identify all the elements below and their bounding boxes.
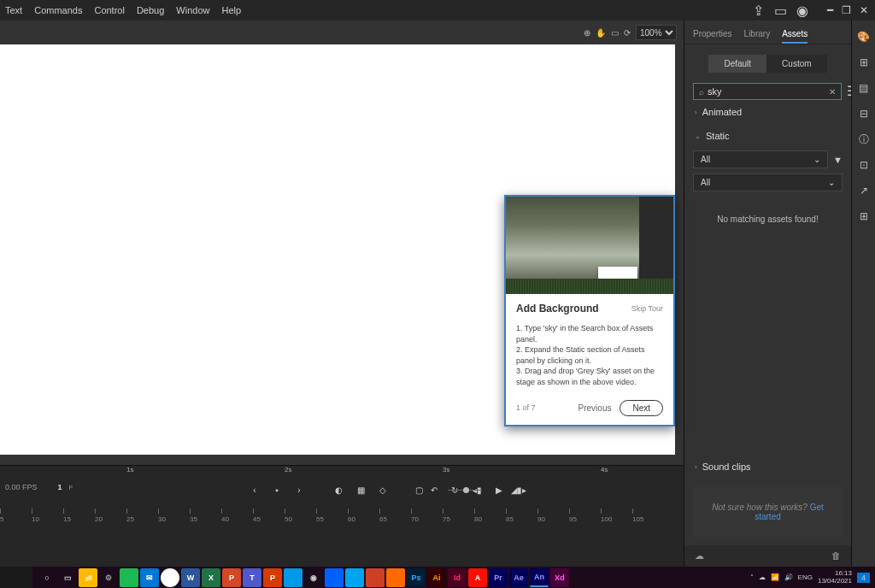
tray-notif[interactable]: 4: [857, 573, 870, 583]
tray-wifi-icon[interactable]: 📶: [771, 573, 779, 581]
upload-icon[interactable]: ☁: [695, 550, 704, 562]
tab-properties[interactable]: Properties: [693, 29, 732, 44]
chevron-right-icon: ›: [695, 109, 697, 116]
app1-icon[interactable]: [345, 568, 364, 587]
transform-icon[interactable]: ⊡: [856, 157, 872, 173]
tl-view-icon[interactable]: ◢: [508, 483, 521, 497]
timeline-fps: 0.00 FPS 1 F: [5, 483, 73, 491]
tab-library[interactable]: Library: [744, 29, 771, 44]
word-icon[interactable]: W: [181, 568, 200, 587]
zoom-select[interactable]: 100%: [636, 25, 677, 40]
menu-window[interactable]: Window: [176, 5, 209, 15]
tray-lang[interactable]: ENG: [798, 573, 813, 581]
timeline-ruler[interactable]: 5 10 15 20 25 30 35 40 45 50 55 60 65 70…: [0, 509, 684, 527]
titlebar-right: ⇪ ▭ ◉ ━ ❐ ✕: [745, 0, 875, 21]
timeline-panel: 0.00 FPS 1 F ‹ ▪ › ◐ ▦ ◇ ▢ ↻ ◂▮ ▶ ▮▸: [0, 465, 684, 567]
more-icon[interactable]: ⊞: [856, 209, 872, 224]
key-icon[interactable]: ▪: [270, 483, 284, 497]
tour-count: 1 of 7: [516, 403, 536, 412]
section-sound[interactable]: › Sound clips: [684, 455, 851, 479]
menu-debug[interactable]: Debug: [137, 5, 164, 15]
color-icon[interactable]: 🎨: [856, 29, 872, 44]
tour-prev-button[interactable]: Previous: [578, 403, 612, 413]
search-input[interactable]: [708, 86, 825, 97]
chevron-right-icon: ›: [695, 463, 697, 471]
filter-icon[interactable]: ▼: [833, 155, 843, 165]
tray-volume-icon[interactable]: 🔊: [784, 573, 793, 581]
tl-undo-icon[interactable]: ↶: [427, 483, 441, 497]
acrobat-icon[interactable]: A: [468, 568, 487, 587]
menu-commands[interactable]: Commands: [34, 5, 82, 15]
pr-icon[interactable]: Pr: [489, 568, 508, 587]
ppt2-icon[interactable]: P: [263, 568, 282, 587]
excel-icon[interactable]: X: [202, 568, 220, 587]
skype-icon[interactable]: [284, 568, 302, 587]
trash-icon[interactable]: 🗑: [831, 550, 841, 562]
tray-clock[interactable]: 16:13 13/04/2021: [818, 570, 852, 585]
filter-type-select[interactable]: All⌄: [693, 150, 828, 168]
ps-icon[interactable]: Ps: [407, 568, 426, 587]
id-icon[interactable]: Id: [448, 568, 467, 587]
workspace-icon[interactable]: ▭: [774, 4, 786, 16]
app2-icon[interactable]: [366, 568, 385, 587]
section-static[interactable]: ⌄ Static: [684, 124, 851, 148]
search-box[interactable]: ⌕ ✕: [693, 83, 842, 100]
mail-icon[interactable]: ✉: [140, 568, 159, 587]
tour-skip-link[interactable]: Skip Tour: [631, 304, 663, 313]
toggle-default[interactable]: Default: [708, 55, 766, 73]
cortana-icon[interactable]: ○: [38, 568, 56, 587]
steam-icon[interactable]: ◉: [304, 568, 323, 587]
info-icon[interactable]: ⓘ: [856, 132, 872, 147]
ppt-icon[interactable]: P: [222, 568, 241, 587]
toggle-custom[interactable]: Custom: [766, 55, 826, 73]
tray-cloud-icon[interactable]: ☁: [759, 573, 766, 581]
xd-icon[interactable]: Xd: [550, 568, 569, 587]
align2-icon[interactable]: ▤: [856, 80, 872, 96]
marker-icon[interactable]: ◇: [376, 483, 390, 497]
center-icon[interactable]: ⊕: [584, 28, 590, 38]
clear-search-icon[interactable]: ✕: [829, 87, 836, 97]
library-icon[interactable]: ⊟: [856, 106, 872, 121]
dropbox-icon[interactable]: [325, 568, 344, 587]
filter-cat-select[interactable]: All⌄: [693, 173, 843, 191]
chrome-icon[interactable]: [161, 568, 179, 587]
ae-icon[interactable]: Ae: [509, 568, 528, 587]
blender-icon[interactable]: [386, 568, 405, 587]
maximize-icon[interactable]: ❐: [842, 4, 851, 16]
chevron-down-icon: ⌄: [695, 132, 701, 140]
an-icon[interactable]: An: [530, 568, 549, 587]
section-animated[interactable]: › Animated: [684, 100, 851, 124]
get-started-box: Not sure how this works? Get started: [693, 487, 843, 537]
assets-panel: Properties Library Assets Default Custom…: [684, 21, 851, 567]
explorer-icon[interactable]: 📁: [79, 568, 97, 587]
menu-control[interactable]: Control: [94, 5, 124, 15]
prev-key-icon[interactable]: ‹: [248, 483, 261, 497]
edit-multi-icon[interactable]: ▦: [354, 483, 367, 497]
insert-frame-icon[interactable]: ▢: [412, 483, 426, 497]
onion-icon[interactable]: ◐: [332, 483, 345, 497]
close-icon[interactable]: ✕: [860, 4, 868, 16]
tour-next-button[interactable]: Next: [620, 400, 663, 416]
tab-assets[interactable]: Assets: [782, 29, 807, 44]
teams-icon[interactable]: T: [243, 568, 261, 587]
taskbar: ○ ▭ 📁 ⚙ ✉ W X P T P ◉ Ps Ai Id A Pr Ae A…: [0, 567, 875, 588]
spotify-icon[interactable]: [120, 568, 138, 587]
history-icon[interactable]: ↗: [856, 183, 872, 198]
hand-icon[interactable]: ✋: [596, 28, 606, 38]
next-key-icon[interactable]: ›: [292, 483, 306, 497]
taskview-icon[interactable]: ▭: [58, 568, 77, 587]
tour-card: Add Background Skip Tour 1. Type 'sky' i…: [504, 195, 675, 426]
settings-icon[interactable]: ⚙: [99, 568, 118, 587]
play-icon[interactable]: ◉: [796, 4, 808, 16]
start-button[interactable]: [0, 567, 32, 588]
align-icon[interactable]: ⊞: [856, 55, 872, 70]
share-icon[interactable]: ⇪: [752, 4, 764, 16]
menu-help[interactable]: Help: [221, 5, 241, 15]
clip-icon[interactable]: ▭: [611, 28, 619, 38]
ai-icon[interactable]: Ai: [427, 568, 446, 587]
tray-up-icon[interactable]: ˄: [750, 573, 754, 581]
menu-text[interactable]: Text: [5, 5, 22, 15]
rotate-icon[interactable]: ⟳: [624, 28, 631, 38]
minimize-icon[interactable]: ━: [827, 4, 833, 16]
tour-video: [506, 197, 673, 294]
